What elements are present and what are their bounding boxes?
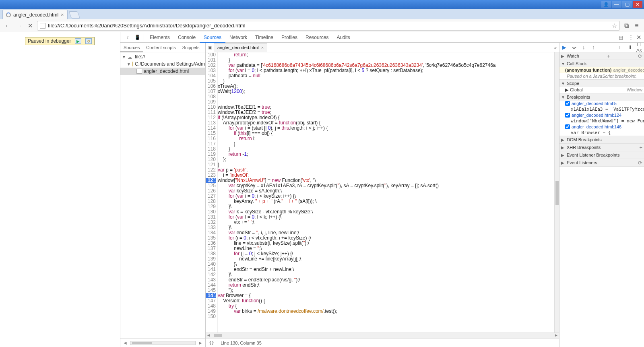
breakpoint-entry[interactable]: angler_decoded.html:146 bbox=[559, 124, 644, 130]
xhr-breakpoints-header[interactable]: ▶XHR Breakpoints+ bbox=[559, 144, 644, 151]
navigator-hscroll[interactable] bbox=[130, 341, 196, 345]
pretty-print-icon[interactable]: {} bbox=[209, 340, 214, 345]
code-line[interactable]: xTrueA(); bbox=[218, 84, 559, 89]
tree-origin[interactable]: ▼ file:// bbox=[120, 53, 205, 60]
callstack-frame[interactable]: (anonymous function) angler_decoded.html… bbox=[559, 67, 644, 73]
devtools-menu-icon[interactable]: ⋮ bbox=[628, 34, 634, 41]
code-line[interactable]: var Browser = { bbox=[218, 293, 559, 298]
code-line[interactable]: var birks = /malware.dontneedcoffee.com/… bbox=[218, 309, 559, 314]
line-number[interactable]: 124 bbox=[206, 178, 216, 183]
code-line[interactable]: for (var i = 0; i < pathdata.length; ++i… bbox=[218, 68, 559, 73]
device-mode-icon[interactable]: 📱 bbox=[132, 33, 142, 42]
watch-refresh-icon[interactable]: ⟳ bbox=[638, 53, 642, 59]
code-line[interactable]: return -1; bbox=[218, 152, 559, 157]
code-area[interactable]: 1001011021031041051061071081091101111121… bbox=[206, 52, 559, 333]
tree-file[interactable]: angler_decoded.html bbox=[120, 68, 205, 75]
event-listener-breakpoints-header[interactable]: ▶Event Listener Breakpoints bbox=[559, 151, 644, 159]
editor-tab-close-icon[interactable]: × bbox=[261, 43, 264, 52]
editor-vscrollbar[interactable] bbox=[554, 52, 559, 333]
event-listeners-refresh-icon[interactable]: ⟳ bbox=[638, 160, 642, 166]
callstack-section-header[interactable]: ▼Call Stack bbox=[559, 60, 644, 67]
code-line[interactable]: } bbox=[218, 147, 559, 152]
nav-tab-sources[interactable]: Sources bbox=[120, 43, 143, 52]
tab-elements[interactable]: Elements bbox=[146, 32, 174, 43]
tab-audits[interactable]: Audits bbox=[332, 32, 354, 43]
code-line[interactable] bbox=[218, 314, 559, 319]
nav-tab-snippets[interactable]: Snippets bbox=[179, 43, 203, 52]
stop-reload-button[interactable]: ✕ bbox=[26, 21, 35, 30]
pause-on-exceptions-button[interactable]: ⏸ bbox=[626, 44, 633, 50]
step-into-button[interactable]: ↓ bbox=[580, 44, 587, 50]
event-listeners-header[interactable]: ▶Event Listeners⟳ bbox=[559, 159, 644, 166]
code-line[interactable]: keyArray. " + p + " (rA." + i + " (sA[i]… bbox=[218, 199, 559, 204]
nav-prev-icon[interactable]: ◄ bbox=[123, 340, 128, 346]
breakpoint-checkbox[interactable] bbox=[565, 101, 570, 106]
deactivate-breakpoints-button[interactable]: ⟂ bbox=[617, 44, 623, 50]
breakpoints-section-header[interactable]: ▼Breakpoints bbox=[559, 93, 644, 101]
code-line[interactable]: }; bbox=[218, 157, 559, 162]
paused-pill-resume-button[interactable]: ▶ bbox=[75, 38, 81, 44]
xhr-add-icon[interactable]: + bbox=[639, 145, 642, 151]
window-maximize-button[interactable]: ▢ bbox=[622, 1, 632, 8]
editor-tab[interactable]: angler_decoded.html × bbox=[214, 43, 267, 52]
code-line[interactable] bbox=[218, 94, 559, 99]
code-line[interactable]: endStr = endStr + newLine;\ bbox=[218, 267, 559, 272]
inspect-element-icon[interactable]: ⟟ bbox=[123, 33, 132, 42]
scope-global[interactable]: ▶ Global Window bbox=[559, 87, 644, 93]
tab-console[interactable]: Console bbox=[174, 32, 200, 43]
async-toggle[interactable]: ☐ As bbox=[636, 43, 642, 54]
line-number[interactable]: 150 bbox=[206, 314, 216, 319]
code-line[interactable]: newLine += line[keyArray[j]];\ bbox=[218, 256, 559, 262]
nav-tab-content-scripts[interactable]: Content scripts bbox=[143, 43, 179, 52]
show-navigator-icon[interactable]: ▣ bbox=[206, 45, 214, 50]
watch-section-header[interactable]: ▶Watch + ⟳ bbox=[559, 52, 644, 60]
code-line[interactable]: pathdata = null; bbox=[218, 73, 559, 78]
devtools-extra-icon[interactable]: ▤ bbox=[616, 33, 625, 42]
code-line[interactable]: "); bbox=[218, 288, 559, 293]
tab-timeline[interactable]: Timeline bbox=[251, 32, 277, 43]
file-tree[interactable]: ▼ file:// ▼ C:/Documents and Settings/Ad… bbox=[120, 52, 205, 338]
tab-profiles[interactable]: Profiles bbox=[277, 32, 301, 43]
code-line[interactable]: Version: function() { bbox=[218, 298, 559, 304]
dom-breakpoints-header[interactable]: ▶DOM Breakpoints bbox=[559, 136, 644, 143]
tab-sources[interactable]: Sources bbox=[200, 32, 225, 43]
tab-resources[interactable]: Resources bbox=[301, 32, 332, 43]
step-over-button[interactable]: ⤼ bbox=[571, 44, 577, 50]
user-icon[interactable]: 👤 bbox=[601, 1, 611, 8]
code-line[interactable]: endStr = endStr.replace(/\\s/g, '');\ bbox=[218, 277, 559, 283]
scope-section-header[interactable]: ▼Scope bbox=[559, 80, 644, 87]
editor-tabs-overflow-icon[interactable]: » bbox=[552, 45, 559, 50]
code-line[interactable]: for (var l = 0; l < k; l++) {\ bbox=[218, 215, 559, 220]
paused-pill-step-button[interactable]: ↻ bbox=[85, 38, 92, 44]
code-line[interactable]: } bbox=[218, 162, 559, 167]
code-line[interactable]: return; bbox=[218, 52, 559, 58]
breakpoint-checkbox[interactable] bbox=[565, 113, 570, 118]
line-number[interactable]: 146 bbox=[206, 293, 216, 298]
step-out-button[interactable]: ↑ bbox=[590, 44, 597, 50]
forward-button[interactable]: → bbox=[14, 21, 23, 30]
window-close-button[interactable]: ✕ bbox=[633, 1, 642, 8]
code-line[interactable]: if (this[i] === obj) { bbox=[218, 131, 559, 136]
code-line[interactable]: vtx += ' ';\ bbox=[218, 220, 559, 225]
window-minimize-button[interactable]: — bbox=[612, 1, 621, 8]
back-button[interactable]: ← bbox=[3, 21, 12, 30]
browser-tab[interactable]: angler_decoded.html × bbox=[2, 10, 68, 19]
address-bar[interactable]: file:///C:/Documents%20and%20Settings/Ad… bbox=[37, 21, 620, 31]
code-line[interactable]: return endStr;\ bbox=[218, 283, 559, 288]
devtools-close-icon[interactable]: ✕ bbox=[636, 34, 642, 41]
resume-button[interactable]: ▶ bbox=[561, 44, 568, 50]
tab-network[interactable]: Network bbox=[225, 32, 251, 43]
code-line[interactable]: } bbox=[218, 141, 559, 147]
chrome-menu-icon[interactable]: ≡ bbox=[633, 22, 641, 30]
bookmark-star-icon[interactable]: ☆ bbox=[612, 22, 617, 29]
tree-folder[interactable]: ▼ C:/Documents and Settings/Administrato… bbox=[120, 60, 205, 68]
code-line[interactable]: line = vtx.substr(i, keySize).split('');… bbox=[218, 241, 559, 246]
editor-hscrollbar[interactable] bbox=[206, 333, 559, 338]
new-tab-button[interactable] bbox=[68, 11, 80, 19]
watch-add-icon[interactable]: + bbox=[607, 53, 610, 59]
nav-next-icon[interactable]: ► bbox=[198, 340, 203, 346]
breakpoint-entry[interactable]: angler_decoded.html:5 bbox=[559, 101, 644, 106]
code-line[interactable]: } bbox=[218, 78, 559, 84]
tab-close-icon[interactable]: × bbox=[61, 12, 64, 18]
breakpoint-checkbox[interactable] bbox=[565, 124, 570, 129]
